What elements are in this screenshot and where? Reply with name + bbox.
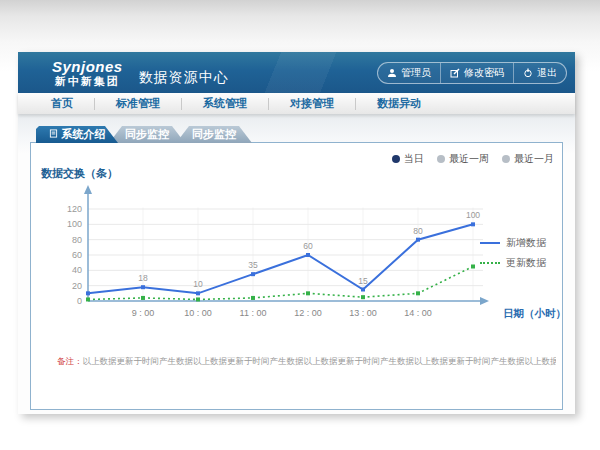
user-icon [387, 68, 397, 78]
legend-item-new-data: 新增数据 [480, 233, 558, 253]
nav-item-interface-mgmt[interactable]: 对接管理 [269, 96, 355, 111]
main-nav: 首页 标准管理 系统管理 对接管理 数据异动 [18, 93, 575, 114]
footnote-text: 以上数据更新于时间产生数据以上数据更新于时间产生数据以上数据更新于时间产生数据以… [83, 356, 557, 366]
chart-legend: 新增数据 更新数据 [480, 233, 558, 273]
tab-label: 系统介绍 [62, 126, 106, 143]
nav-item-data-change[interactable]: 数据异动 [356, 96, 442, 111]
range-option-today[interactable]: 当日 [392, 152, 424, 166]
screenshot-background: Synjones 新中新集团 数据资源中心 管理员 修改密码 [0, 0, 600, 450]
tab-system-intro[interactable]: 系统介绍 [36, 126, 118, 143]
svg-text:12 : 00: 12 : 00 [294, 308, 322, 318]
chart-panel: 当日 最近一周 最近一月 数据交换（条） 0204060801001209 : … [30, 142, 563, 410]
tab-bar: 系统介绍 同步监控 同步监控 [36, 126, 563, 143]
radio-unselected-icon [437, 155, 445, 163]
nav-item-system-mgmt[interactable]: 系统管理 [182, 96, 268, 111]
content-area: 系统介绍 同步监控 同步监控 当日 最近一周 [18, 114, 575, 414]
svg-text:100: 100 [67, 219, 82, 229]
range-filter: 当日 最近一周 最近一月 [392, 152, 554, 166]
legend-label: 新增数据 [506, 236, 546, 250]
admin-user-button[interactable]: 管理员 [378, 63, 440, 83]
brand-logo: Synjones 新中新集团 [52, 58, 123, 88]
document-icon [49, 126, 58, 143]
svg-text:60: 60 [303, 241, 313, 251]
footnote: 备注：以上数据更新于时间产生数据以上数据更新于时间产生数据以上数据更新于时间产生… [57, 356, 556, 368]
svg-text:80: 80 [72, 235, 82, 245]
range-option-last-month[interactable]: 最近一月 [502, 152, 554, 166]
range-option-label: 最近一周 [449, 152, 489, 166]
svg-text:18: 18 [138, 273, 148, 283]
svg-text:60: 60 [72, 250, 82, 260]
svg-text:11 : 00: 11 : 00 [240, 308, 267, 318]
tab-sync-monitor-1[interactable]: 同步监控 [109, 126, 185, 143]
legend-item-update-data: 更新数据 [480, 253, 558, 273]
tab-label: 同步监控 [125, 128, 169, 140]
change-password-label: 修改密码 [464, 66, 504, 80]
power-icon [523, 68, 533, 78]
svg-text:15: 15 [358, 276, 368, 286]
radio-unselected-icon [502, 155, 510, 163]
svg-text:13 : 00: 13 : 00 [349, 308, 377, 318]
app-header: Synjones 新中新集团 数据资源中心 管理员 修改密码 [18, 52, 575, 93]
brand-logo-en: Synjones [52, 58, 123, 75]
legend-label: 更新数据 [506, 256, 546, 270]
footnote-prefix: 备注： [57, 356, 83, 366]
change-password-button[interactable]: 修改密码 [440, 63, 513, 83]
svg-text:40: 40 [72, 265, 82, 275]
nav-item-home[interactable]: 首页 [30, 96, 94, 111]
range-option-label: 当日 [404, 152, 424, 166]
svg-text:120: 120 [67, 204, 82, 214]
admin-user-label: 管理员 [401, 66, 431, 80]
logout-button[interactable]: 退出 [513, 63, 566, 83]
svg-text:0: 0 [77, 296, 82, 306]
user-bar: 管理员 修改密码 退出 [377, 62, 567, 84]
svg-text:100: 100 [466, 210, 480, 220]
nav-item-standard-mgmt[interactable]: 标准管理 [95, 96, 181, 111]
svg-text:14 : 00: 14 : 00 [404, 308, 432, 318]
page-title: 数据资源中心 [139, 69, 229, 87]
logout-label: 退出 [537, 66, 557, 80]
svg-text:10: 10 [193, 279, 203, 289]
svg-text:10 : 00: 10 : 00 [184, 308, 212, 318]
svg-text:80: 80 [413, 226, 423, 236]
edit-icon [450, 68, 460, 78]
app-window: Synjones 新中新集团 数据资源中心 管理员 修改密码 [18, 52, 575, 414]
radio-selected-icon [392, 155, 400, 163]
brand-logo-cn: 新中新集团 [52, 75, 123, 88]
legend-line-dotted-icon [480, 262, 500, 264]
svg-text:20: 20 [72, 281, 82, 291]
svg-text:日期（小时）: 日期（小时） [503, 307, 565, 320]
tab-label: 同步监控 [192, 128, 236, 140]
svg-text:35: 35 [248, 260, 258, 270]
range-option-last-week[interactable]: 最近一周 [437, 152, 489, 166]
svg-text:9 : 00: 9 : 00 [132, 308, 155, 318]
tab-sync-monitor-2[interactable]: 同步监控 [176, 126, 252, 143]
legend-line-solid-icon [480, 242, 500, 244]
range-option-label: 最近一月 [514, 152, 554, 166]
y-axis-title: 数据交换（条） [41, 166, 118, 181]
